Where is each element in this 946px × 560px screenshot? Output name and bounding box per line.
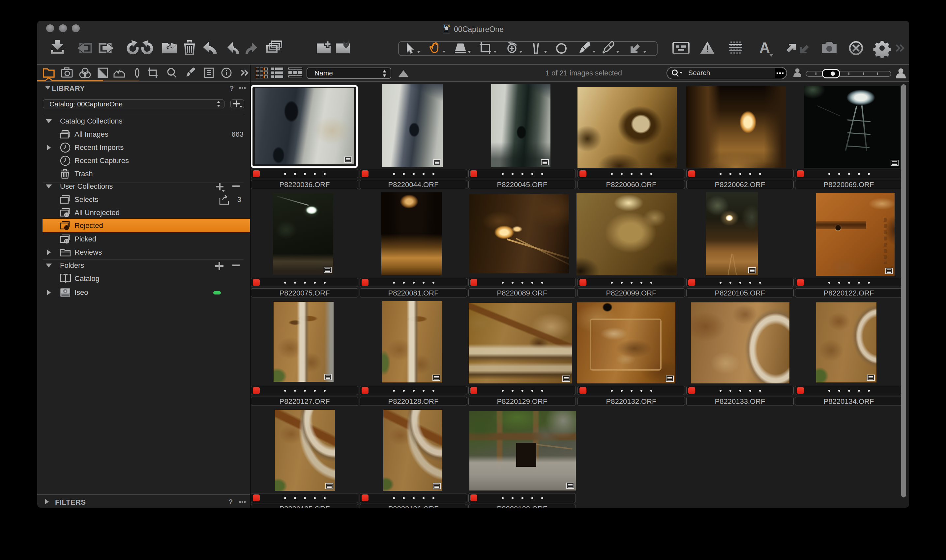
svg-text:A: A — [760, 40, 770, 56]
